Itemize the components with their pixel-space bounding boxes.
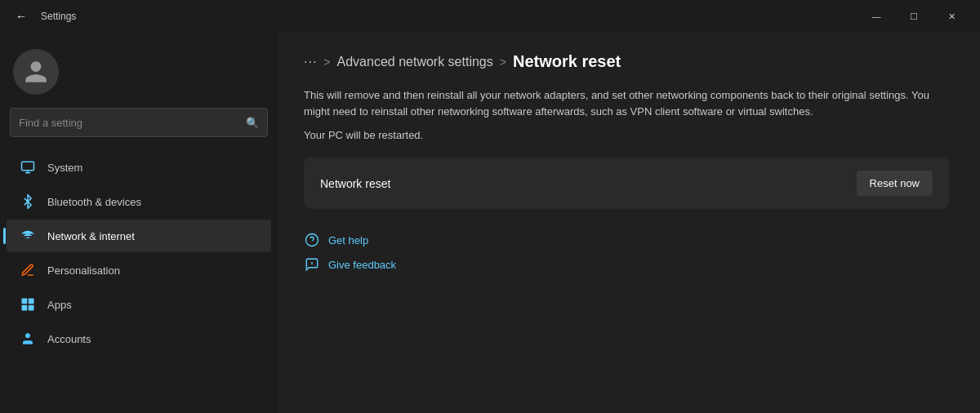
sidebar-item-label: Apps <box>47 299 72 311</box>
svg-point-7 <box>306 234 318 246</box>
sidebar-item-system[interactable]: System <box>7 151 271 184</box>
sidebar-item-label: Bluetooth & devices <box>47 196 141 208</box>
user-icon <box>23 59 49 85</box>
give-feedback-icon <box>304 256 320 273</box>
app-title: Settings <box>41 11 76 22</box>
svg-rect-6 <box>29 305 34 311</box>
sidebar-item-label: System <box>47 162 82 174</box>
give-feedback-label: Give feedback <box>328 259 396 271</box>
sidebar-item-accounts[interactable]: Accounts <box>7 322 271 355</box>
breadcrumb-sep-2: > <box>500 56 506 69</box>
search-container: 🔍 <box>0 108 278 150</box>
breadcrumb-sep-1: > <box>323 56 330 69</box>
minimize-button[interactable]: — <box>858 3 895 29</box>
system-icon <box>20 159 36 175</box>
sidebar-item-apps[interactable]: Apps <box>7 288 271 321</box>
content-area: ··· > Advanced network settings > Networ… <box>278 33 980 413</box>
sidebar-item-network[interactable]: Network & internet <box>7 220 271 252</box>
titlebar: ← Settings — ☐ ✕ <box>0 0 980 33</box>
breadcrumb-parent[interactable]: Advanced network settings <box>337 55 493 69</box>
search-icon: 🔍 <box>246 117 259 129</box>
close-button[interactable]: ✕ <box>933 3 970 29</box>
sidebar-item-label: Network & internet <box>47 230 135 242</box>
svg-rect-4 <box>29 299 34 304</box>
search-input[interactable] <box>19 117 239 129</box>
sidebar-item-label: Personalisation <box>47 264 120 277</box>
window-controls: — ☐ ✕ <box>858 3 970 29</box>
avatar <box>13 49 59 95</box>
sidebar-item-label: Accounts <box>47 333 91 345</box>
main-layout: 🔍 System Bluetooth & devices <box>0 33 980 413</box>
svg-rect-0 <box>22 162 34 171</box>
breadcrumb-current: Network reset <box>513 52 621 71</box>
personalisation-icon <box>20 262 36 278</box>
svg-rect-5 <box>22 305 28 311</box>
help-links: Get help Give feedback <box>304 232 954 273</box>
maximize-button[interactable]: ☐ <box>895 3 933 29</box>
reset-card: Network reset Reset now <box>304 158 949 209</box>
sidebar-item-personalisation[interactable]: Personalisation <box>7 254 271 286</box>
bluetooth-icon <box>20 193 36 210</box>
get-help-icon <box>304 232 320 248</box>
restart-note: Your PC will be restarted. <box>304 129 954 141</box>
get-help-link[interactable]: Get help <box>304 232 954 248</box>
reset-card-label: Network reset <box>320 177 390 190</box>
sidebar: 🔍 System Bluetooth & devices <box>0 33 278 413</box>
apps-icon <box>20 296 36 313</box>
breadcrumb: ··· > Advanced network settings > Networ… <box>304 52 954 71</box>
get-help-label: Get help <box>328 234 368 246</box>
svg-rect-3 <box>22 299 28 304</box>
avatar-area <box>0 33 278 108</box>
give-feedback-link[interactable]: Give feedback <box>304 256 954 273</box>
accounts-icon <box>20 331 36 347</box>
reset-now-button[interactable]: Reset now <box>857 171 933 196</box>
back-button[interactable]: ← <box>10 5 33 28</box>
page-description: This will remove and then reinstall all … <box>304 87 941 119</box>
sidebar-item-bluetooth[interactable]: Bluetooth & devices <box>7 185 271 218</box>
search-box[interactable]: 🔍 <box>10 108 268 137</box>
network-icon <box>20 228 36 244</box>
breadcrumb-dots[interactable]: ··· <box>304 55 317 69</box>
